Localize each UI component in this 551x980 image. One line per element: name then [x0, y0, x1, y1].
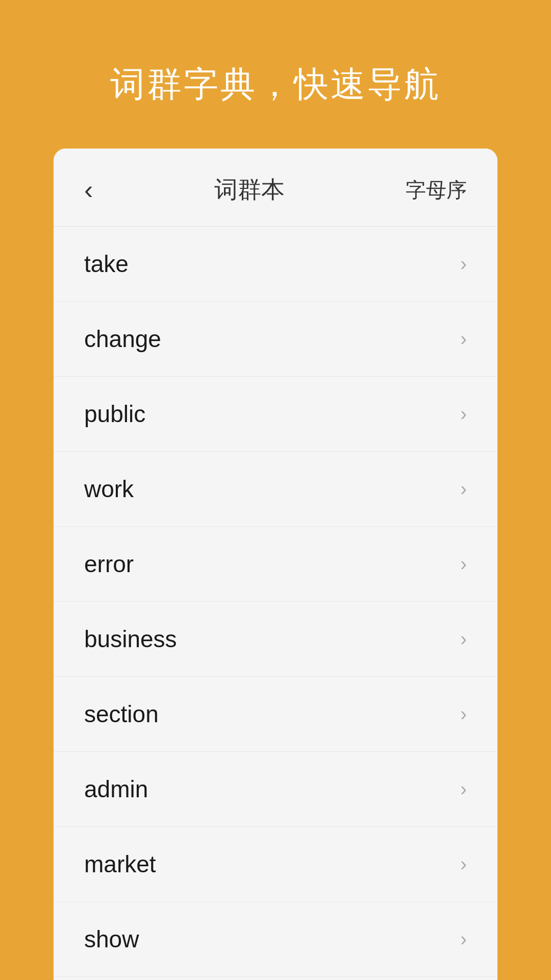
card-header: ‹ 词群本 字母序 — [54, 149, 497, 227]
list-item[interactable]: public› — [54, 377, 497, 452]
word-label: work — [84, 475, 134, 503]
list-item[interactable]: research› — [54, 977, 497, 980]
word-list: take›change›public›work›error›business›s… — [54, 227, 497, 980]
word-label: admin — [84, 775, 148, 803]
word-label: business — [84, 625, 177, 653]
card-title: 词群本 — [214, 174, 285, 206]
word-label: section — [84, 700, 159, 728]
word-label: show — [84, 925, 139, 953]
word-label: public — [84, 400, 145, 428]
chevron-right-icon: › — [460, 778, 467, 800]
word-label: error — [84, 550, 134, 578]
list-item[interactable]: business› — [54, 602, 497, 677]
list-item[interactable]: error› — [54, 527, 497, 602]
list-item[interactable]: admin› — [54, 752, 497, 827]
word-label: take — [84, 250, 129, 278]
list-item[interactable]: work› — [54, 452, 497, 527]
chevron-right-icon: › — [460, 628, 467, 650]
chevron-right-icon: › — [460, 703, 467, 725]
chevron-right-icon: › — [460, 328, 467, 350]
chevron-right-icon: › — [460, 253, 467, 275]
page-title: 词群字典，快速导航 — [0, 0, 551, 149]
list-item[interactable]: market› — [54, 827, 497, 902]
chevron-right-icon: › — [460, 853, 467, 875]
chevron-right-icon: › — [460, 553, 467, 575]
chevron-right-icon: › — [460, 478, 467, 500]
back-button[interactable]: ‹ — [84, 177, 93, 203]
word-label: change — [84, 325, 161, 353]
word-label: market — [84, 850, 156, 878]
chevron-right-icon: › — [460, 403, 467, 425]
chevron-right-icon: › — [460, 928, 467, 950]
list-item[interactable]: section› — [54, 677, 497, 752]
list-item[interactable]: take› — [54, 227, 497, 302]
list-item[interactable]: show› — [54, 902, 497, 977]
word-list-card: ‹ 词群本 字母序 take›change›public›work›error›… — [54, 149, 497, 980]
list-item[interactable]: change› — [54, 302, 497, 377]
sort-button[interactable]: 字母序 — [406, 176, 467, 204]
